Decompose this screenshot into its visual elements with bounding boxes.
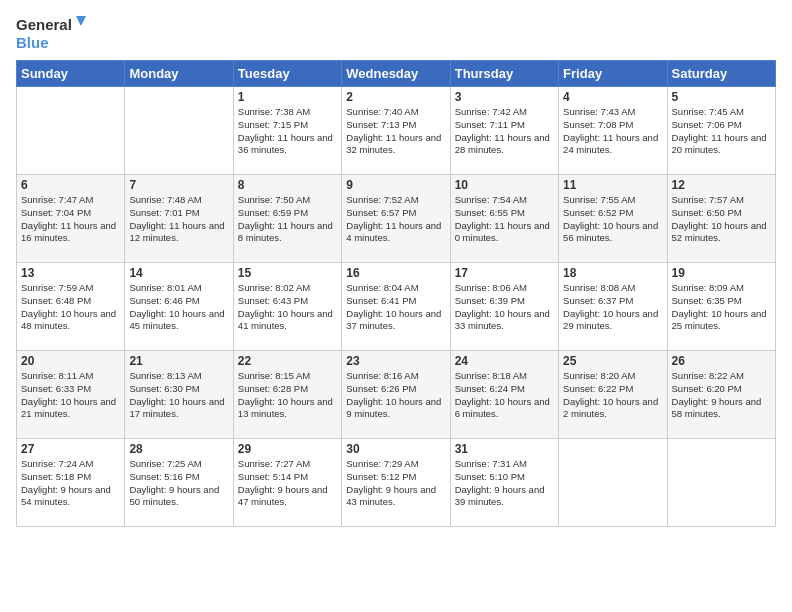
day-number: 31 bbox=[455, 442, 554, 456]
calendar-cell: 3Sunrise: 7:42 AM Sunset: 7:11 PM Daylig… bbox=[450, 87, 558, 175]
calendar-cell: 9Sunrise: 7:52 AM Sunset: 6:57 PM Daylig… bbox=[342, 175, 450, 263]
day-number: 5 bbox=[672, 90, 771, 104]
calendar-cell: 12Sunrise: 7:57 AM Sunset: 6:50 PM Dayli… bbox=[667, 175, 775, 263]
day-number: 26 bbox=[672, 354, 771, 368]
calendar-cell: 1Sunrise: 7:38 AM Sunset: 7:15 PM Daylig… bbox=[233, 87, 341, 175]
logo: General Blue bbox=[16, 12, 86, 54]
week-row-4: 20Sunrise: 8:11 AM Sunset: 6:33 PM Dayli… bbox=[17, 351, 776, 439]
calendar-cell: 18Sunrise: 8:08 AM Sunset: 6:37 PM Dayli… bbox=[559, 263, 667, 351]
day-number: 11 bbox=[563, 178, 662, 192]
day-number: 24 bbox=[455, 354, 554, 368]
svg-text:Blue: Blue bbox=[16, 34, 49, 51]
col-header-sunday: Sunday bbox=[17, 61, 125, 87]
week-row-2: 6Sunrise: 7:47 AM Sunset: 7:04 PM Daylig… bbox=[17, 175, 776, 263]
day-number: 2 bbox=[346, 90, 445, 104]
calendar-cell: 6Sunrise: 7:47 AM Sunset: 7:04 PM Daylig… bbox=[17, 175, 125, 263]
day-info: Sunrise: 7:54 AM Sunset: 6:55 PM Dayligh… bbox=[455, 194, 554, 245]
day-number: 8 bbox=[238, 178, 337, 192]
calendar-cell: 11Sunrise: 7:55 AM Sunset: 6:52 PM Dayli… bbox=[559, 175, 667, 263]
day-number: 23 bbox=[346, 354, 445, 368]
col-header-tuesday: Tuesday bbox=[233, 61, 341, 87]
day-number: 14 bbox=[129, 266, 228, 280]
day-info: Sunrise: 8:02 AM Sunset: 6:43 PM Dayligh… bbox=[238, 282, 337, 333]
calendar-cell: 5Sunrise: 7:45 AM Sunset: 7:06 PM Daylig… bbox=[667, 87, 775, 175]
day-number: 29 bbox=[238, 442, 337, 456]
day-number: 13 bbox=[21, 266, 120, 280]
day-number: 1 bbox=[238, 90, 337, 104]
header-row: SundayMondayTuesdayWednesdayThursdayFrid… bbox=[17, 61, 776, 87]
day-info: Sunrise: 7:31 AM Sunset: 5:10 PM Dayligh… bbox=[455, 458, 554, 509]
calendar-cell: 21Sunrise: 8:13 AM Sunset: 6:30 PM Dayli… bbox=[125, 351, 233, 439]
day-number: 28 bbox=[129, 442, 228, 456]
col-header-friday: Friday bbox=[559, 61, 667, 87]
day-number: 21 bbox=[129, 354, 228, 368]
day-number: 3 bbox=[455, 90, 554, 104]
calendar-cell: 24Sunrise: 8:18 AM Sunset: 6:24 PM Dayli… bbox=[450, 351, 558, 439]
day-info: Sunrise: 7:55 AM Sunset: 6:52 PM Dayligh… bbox=[563, 194, 662, 245]
logo-svg: General Blue bbox=[16, 12, 86, 54]
day-info: Sunrise: 8:20 AM Sunset: 6:22 PM Dayligh… bbox=[563, 370, 662, 421]
day-info: Sunrise: 7:47 AM Sunset: 7:04 PM Dayligh… bbox=[21, 194, 120, 245]
day-info: Sunrise: 7:43 AM Sunset: 7:08 PM Dayligh… bbox=[563, 106, 662, 157]
day-number: 17 bbox=[455, 266, 554, 280]
day-number: 20 bbox=[21, 354, 120, 368]
day-info: Sunrise: 7:40 AM Sunset: 7:13 PM Dayligh… bbox=[346, 106, 445, 157]
day-number: 6 bbox=[21, 178, 120, 192]
calendar-cell: 7Sunrise: 7:48 AM Sunset: 7:01 PM Daylig… bbox=[125, 175, 233, 263]
day-info: Sunrise: 8:06 AM Sunset: 6:39 PM Dayligh… bbox=[455, 282, 554, 333]
calendar: SundayMondayTuesdayWednesdayThursdayFrid… bbox=[16, 60, 776, 527]
day-info: Sunrise: 7:27 AM Sunset: 5:14 PM Dayligh… bbox=[238, 458, 337, 509]
day-info: Sunrise: 7:57 AM Sunset: 6:50 PM Dayligh… bbox=[672, 194, 771, 245]
day-info: Sunrise: 7:38 AM Sunset: 7:15 PM Dayligh… bbox=[238, 106, 337, 157]
day-info: Sunrise: 7:50 AM Sunset: 6:59 PM Dayligh… bbox=[238, 194, 337, 245]
day-info: Sunrise: 8:11 AM Sunset: 6:33 PM Dayligh… bbox=[21, 370, 120, 421]
calendar-cell: 19Sunrise: 8:09 AM Sunset: 6:35 PM Dayli… bbox=[667, 263, 775, 351]
calendar-cell: 16Sunrise: 8:04 AM Sunset: 6:41 PM Dayli… bbox=[342, 263, 450, 351]
calendar-cell: 13Sunrise: 7:59 AM Sunset: 6:48 PM Dayli… bbox=[17, 263, 125, 351]
day-number: 10 bbox=[455, 178, 554, 192]
calendar-cell: 22Sunrise: 8:15 AM Sunset: 6:28 PM Dayli… bbox=[233, 351, 341, 439]
week-row-5: 27Sunrise: 7:24 AM Sunset: 5:18 PM Dayli… bbox=[17, 439, 776, 527]
calendar-cell bbox=[17, 87, 125, 175]
day-number: 7 bbox=[129, 178, 228, 192]
day-info: Sunrise: 8:18 AM Sunset: 6:24 PM Dayligh… bbox=[455, 370, 554, 421]
calendar-cell bbox=[125, 87, 233, 175]
calendar-cell: 26Sunrise: 8:22 AM Sunset: 6:20 PM Dayli… bbox=[667, 351, 775, 439]
day-info: Sunrise: 7:42 AM Sunset: 7:11 PM Dayligh… bbox=[455, 106, 554, 157]
calendar-cell: 4Sunrise: 7:43 AM Sunset: 7:08 PM Daylig… bbox=[559, 87, 667, 175]
day-number: 30 bbox=[346, 442, 445, 456]
calendar-cell: 31Sunrise: 7:31 AM Sunset: 5:10 PM Dayli… bbox=[450, 439, 558, 527]
day-info: Sunrise: 8:15 AM Sunset: 6:28 PM Dayligh… bbox=[238, 370, 337, 421]
page: General Blue SundayMondayTuesdayWednesda… bbox=[0, 0, 792, 612]
week-row-1: 1Sunrise: 7:38 AM Sunset: 7:15 PM Daylig… bbox=[17, 87, 776, 175]
col-header-wednesday: Wednesday bbox=[342, 61, 450, 87]
calendar-cell: 25Sunrise: 8:20 AM Sunset: 6:22 PM Dayli… bbox=[559, 351, 667, 439]
calendar-cell: 27Sunrise: 7:24 AM Sunset: 5:18 PM Dayli… bbox=[17, 439, 125, 527]
calendar-cell bbox=[667, 439, 775, 527]
day-info: Sunrise: 7:45 AM Sunset: 7:06 PM Dayligh… bbox=[672, 106, 771, 157]
day-info: Sunrise: 8:22 AM Sunset: 6:20 PM Dayligh… bbox=[672, 370, 771, 421]
day-info: Sunrise: 7:25 AM Sunset: 5:16 PM Dayligh… bbox=[129, 458, 228, 509]
day-info: Sunrise: 7:52 AM Sunset: 6:57 PM Dayligh… bbox=[346, 194, 445, 245]
day-info: Sunrise: 8:08 AM Sunset: 6:37 PM Dayligh… bbox=[563, 282, 662, 333]
day-info: Sunrise: 7:48 AM Sunset: 7:01 PM Dayligh… bbox=[129, 194, 228, 245]
svg-text:General: General bbox=[16, 16, 72, 33]
day-number: 22 bbox=[238, 354, 337, 368]
day-number: 9 bbox=[346, 178, 445, 192]
day-info: Sunrise: 8:13 AM Sunset: 6:30 PM Dayligh… bbox=[129, 370, 228, 421]
calendar-cell: 15Sunrise: 8:02 AM Sunset: 6:43 PM Dayli… bbox=[233, 263, 341, 351]
week-row-3: 13Sunrise: 7:59 AM Sunset: 6:48 PM Dayli… bbox=[17, 263, 776, 351]
calendar-cell: 8Sunrise: 7:50 AM Sunset: 6:59 PM Daylig… bbox=[233, 175, 341, 263]
col-header-saturday: Saturday bbox=[667, 61, 775, 87]
day-number: 18 bbox=[563, 266, 662, 280]
calendar-cell bbox=[559, 439, 667, 527]
day-number: 15 bbox=[238, 266, 337, 280]
day-info: Sunrise: 8:01 AM Sunset: 6:46 PM Dayligh… bbox=[129, 282, 228, 333]
calendar-cell: 30Sunrise: 7:29 AM Sunset: 5:12 PM Dayli… bbox=[342, 439, 450, 527]
calendar-cell: 10Sunrise: 7:54 AM Sunset: 6:55 PM Dayli… bbox=[450, 175, 558, 263]
calendar-cell: 23Sunrise: 8:16 AM Sunset: 6:26 PM Dayli… bbox=[342, 351, 450, 439]
day-info: Sunrise: 8:04 AM Sunset: 6:41 PM Dayligh… bbox=[346, 282, 445, 333]
header: General Blue bbox=[16, 12, 776, 54]
svg-marker-2 bbox=[76, 16, 86, 26]
day-info: Sunrise: 8:09 AM Sunset: 6:35 PM Dayligh… bbox=[672, 282, 771, 333]
